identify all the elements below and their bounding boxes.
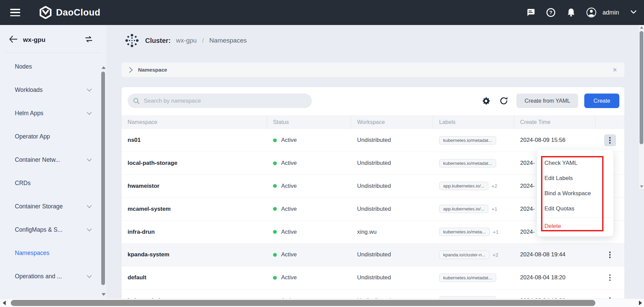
user-name[interactable]: admin xyxy=(602,9,619,16)
label-chip: kubernetes.io/metadat... xyxy=(439,136,496,145)
menu-item-edit-quotas[interactable]: Edit Quotas xyxy=(537,201,613,216)
namespace-filter-bar[interactable]: Namespace × xyxy=(122,62,624,77)
status-cell: Active xyxy=(267,229,351,235)
back-arrow-icon[interactable] xyxy=(9,35,18,44)
main-content: Cluster: wx-gpu / Namespaces Namespace × xyxy=(107,25,644,307)
sidebar-item-crds[interactable]: CRDs xyxy=(0,172,107,195)
chat-icon[interactable] xyxy=(526,7,536,18)
table-row-ns01: ns01ActiveUndistributedkubernetes.io/met… xyxy=(122,129,624,152)
workspace-cell: xing.wu xyxy=(351,229,433,235)
label-extra-count: +2 xyxy=(492,252,498,258)
breadcrumb-separator: / xyxy=(202,37,204,44)
label-extra-count: +1 xyxy=(493,229,499,235)
menu-toggle-icon[interactable] xyxy=(10,9,20,16)
scroll-right-arrow-icon[interactable] xyxy=(639,301,642,305)
namespace-name[interactable]: default xyxy=(122,274,267,281)
sidebar: wx-gpu NodesWorkloadsHelm AppsOperator A… xyxy=(0,25,107,307)
workspace-cell: Undistributed xyxy=(351,251,433,258)
brand-name: DaoCloud xyxy=(56,7,101,18)
scroll-left-arrow-icon[interactable] xyxy=(3,301,6,305)
table-toolbar: Create from YAML Create xyxy=(122,87,624,115)
status-text: Active xyxy=(281,274,297,281)
namespace-name[interactable]: local-path-storage xyxy=(122,160,267,167)
sidebar-nav: NodesWorkloadsHelm AppsOperator AppConta… xyxy=(0,53,107,288)
namespace-name[interactable]: hwameistor xyxy=(122,183,267,189)
brand-logo[interactable]: DaoCloud xyxy=(39,6,101,19)
row-context-menu: Check YAMLEdit LabelsBind a WorkspaceEdi… xyxy=(537,150,613,236)
horizontal-scrollbar-thumb[interactable] xyxy=(11,300,595,306)
sidebar-item-configmaps-s[interactable]: ConfigMaps & S... xyxy=(0,218,107,241)
scroll-up-arrow-icon[interactable] xyxy=(102,66,106,69)
sidebar-item-label: Container Storage xyxy=(15,203,87,210)
column-header-actions xyxy=(595,115,624,129)
menu-item-bind-a-workspace[interactable]: Bind a Workspace xyxy=(537,186,613,201)
labels-cell: app.kubernetes.io/...+1 xyxy=(433,205,514,213)
top-navbar: DaoCloud ? admin xyxy=(0,0,644,25)
sidebar-item-label: Operations and ... xyxy=(15,273,87,280)
sidebar-item-operations-and[interactable]: Operations and ... xyxy=(0,265,107,288)
bell-icon[interactable] xyxy=(566,7,576,18)
row-actions-kebab-button[interactable] xyxy=(604,272,616,284)
status-dot-icon xyxy=(273,207,277,211)
menu-item-edit-labels[interactable]: Edit Labels xyxy=(537,171,613,186)
breadcrumb-cluster-label: Cluster: xyxy=(145,37,171,45)
page-vertical-scrollbar xyxy=(639,25,644,189)
row-actions-kebab-button[interactable] xyxy=(604,134,616,146)
breadcrumb: Cluster: wx-gpu / Namespaces xyxy=(124,32,247,49)
breadcrumb-cluster-name[interactable]: wx-gpu xyxy=(176,37,197,44)
search-box[interactable] xyxy=(128,94,312,108)
switch-cluster-icon[interactable] xyxy=(84,35,93,45)
vertical-scrollbar-thumb[interactable] xyxy=(640,31,643,144)
sidebar-item-label: Helm Apps xyxy=(15,110,87,117)
sidebar-scrollbar xyxy=(101,25,106,307)
row-actions-kebab-button[interactable] xyxy=(604,249,616,261)
labels-cell: kubernetes.io/metadat... xyxy=(433,274,514,282)
labels-cell: kubernetes.io/meta...+1 xyxy=(433,228,514,236)
search-input[interactable] xyxy=(144,98,306,104)
namespace-name[interactable]: ns01 xyxy=(122,137,267,144)
labels-cell: kubernetes.io/metadat... xyxy=(433,136,514,145)
namespace-name[interactable]: infra-drun xyxy=(122,229,267,235)
create-from-yaml-button[interactable]: Create from YAML xyxy=(516,94,578,108)
scroll-down-arrow-icon[interactable] xyxy=(102,293,106,296)
menu-item-delete[interactable]: Delete xyxy=(537,219,613,234)
cluster-title: wx-gpu xyxy=(23,36,84,44)
column-header-labels: Labels xyxy=(433,115,514,129)
namespace-name[interactable]: kpanda-system xyxy=(122,251,267,258)
filter-bar-title: Namespace xyxy=(138,67,167,73)
namespace-name[interactable]: mcamel-system xyxy=(122,206,267,212)
chevron-down-icon xyxy=(87,228,92,232)
refresh-icon[interactable] xyxy=(499,96,508,106)
help-icon[interactable]: ? xyxy=(546,7,556,18)
scroll-down-arrow-icon[interactable] xyxy=(640,185,643,188)
sidebar-item-container-storage[interactable]: Container Storage xyxy=(0,195,107,218)
label-chip: kubernetes.io/metadat... xyxy=(439,159,496,168)
labels-cell: kpanda.io/cluster-n...+2 xyxy=(433,251,514,259)
sidebar-item-nodes[interactable]: Nodes xyxy=(0,55,107,78)
sidebar-item-label: Operator App xyxy=(15,133,92,140)
scroll-up-arrow-icon[interactable] xyxy=(640,26,643,29)
menu-item-check-yaml[interactable]: Check YAML xyxy=(537,155,613,171)
status-cell: Active xyxy=(267,137,351,144)
sidebar-item-label: CRDs xyxy=(15,180,92,187)
gear-icon[interactable] xyxy=(481,96,491,106)
sidebar-item-workloads[interactable]: Workloads xyxy=(0,78,107,102)
user-chevron-down-icon[interactable] xyxy=(630,9,637,16)
sidebar-scrollbar-thumb[interactable] xyxy=(101,72,105,285)
sidebar-item-container-netw[interactable]: Container Netw... xyxy=(0,148,107,172)
svg-text:?: ? xyxy=(549,9,552,15)
sidebar-item-operator-app[interactable]: Operator App xyxy=(0,125,107,148)
labels-cell: kubernetes.io/metadat... xyxy=(433,159,514,168)
status-text: Active xyxy=(281,229,297,235)
avatar-icon[interactable] xyxy=(586,7,596,18)
close-icon[interactable]: × xyxy=(613,66,617,74)
status-dot-icon xyxy=(273,230,277,234)
sidebar-item-helm-apps[interactable]: Helm Apps xyxy=(0,102,107,125)
create-time-cell: 2024-08-04 18:20 xyxy=(514,274,595,281)
status-dot-icon xyxy=(273,161,277,165)
table-row-kpanda-system: kpanda-systemActiveUndistributedkpanda.i… xyxy=(122,244,624,266)
labels-cell: app.kubernetes.io/...+2 xyxy=(433,182,514,190)
sidebar-item-namespaces[interactable]: Namespaces xyxy=(0,241,107,265)
create-button[interactable]: Create xyxy=(584,94,619,108)
status-dot-icon xyxy=(273,138,277,142)
